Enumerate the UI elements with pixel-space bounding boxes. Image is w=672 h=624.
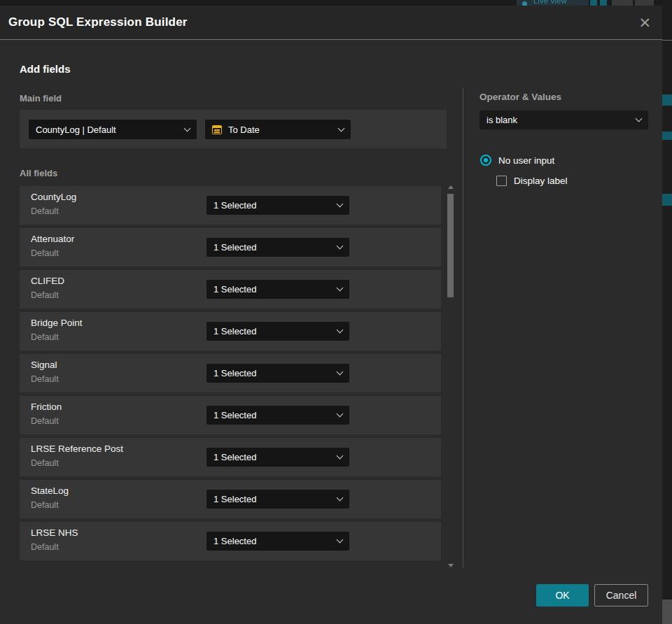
selection-count: 1 Selected xyxy=(214,242,256,253)
display-label-checkbox[interactable]: Display label xyxy=(496,176,568,186)
list-item: CLIFED Default 1 Selected xyxy=(20,270,441,309)
chevron-down-icon xyxy=(636,115,643,122)
field-subtitle: Default xyxy=(31,248,59,258)
cancel-button[interactable]: Cancel xyxy=(594,584,648,607)
screen: Live view Group SQL Expression Builder ✕… xyxy=(0,0,672,624)
list-item: Friction Default 1 Selected xyxy=(20,396,441,434)
list-item: LRSE Reference Post Default 1 Selected xyxy=(20,438,441,476)
field-selection-dropdown[interactable]: 1 Selected xyxy=(206,280,349,299)
field-name: Bridge Point xyxy=(31,318,83,328)
live-view-label: Live view xyxy=(533,0,567,5)
field-subtitle: Default xyxy=(31,500,59,510)
field-selection-dropdown[interactable]: 1 Selected xyxy=(206,196,349,215)
field-type-dropdown-value: To Date xyxy=(228,125,260,135)
field-selection-dropdown[interactable]: 1 Selected xyxy=(206,322,349,341)
chevron-down-icon xyxy=(337,411,344,418)
live-view-chip: Live view xyxy=(517,0,589,6)
selection-count: 1 Selected xyxy=(214,326,256,336)
backdrop-fragment xyxy=(590,0,597,6)
field-selection-dropdown[interactable]: 1 Selected xyxy=(206,490,349,509)
chevron-down-icon xyxy=(337,201,344,208)
backdrop-fragment xyxy=(662,600,672,624)
field-selection-dropdown[interactable]: 1 Selected xyxy=(206,238,349,257)
dialog-header: Group SQL Expression Builder ✕ xyxy=(0,6,662,40)
selection-count: 1 Selected xyxy=(214,410,256,420)
list-item: StateLog Default 1 Selected xyxy=(20,480,441,518)
field-name: CLIFED xyxy=(31,276,64,286)
chevron-down-icon xyxy=(184,125,191,132)
close-icon[interactable]: ✕ xyxy=(638,15,651,30)
backdrop-fragment xyxy=(662,94,672,106)
chevron-down-icon xyxy=(338,125,345,132)
chevron-down-icon xyxy=(337,369,344,376)
field-subtitle: Default xyxy=(31,332,59,342)
field-selection-dropdown[interactable]: 1 Selected xyxy=(206,406,349,425)
all-fields-label: All fields xyxy=(20,168,57,178)
chevron-down-icon xyxy=(337,537,344,544)
field-name: Friction xyxy=(31,402,62,412)
main-field-dropdown[interactable]: CountyLog | Default xyxy=(29,120,197,139)
chevron-down-icon xyxy=(337,285,344,292)
list-item: LRSE NHS Default 1 Selected xyxy=(20,522,441,560)
selection-count: 1 Selected xyxy=(214,284,256,295)
chevron-down-icon xyxy=(337,243,344,250)
selection-count: 1 Selected xyxy=(214,368,256,378)
field-subtitle: Default xyxy=(31,458,59,468)
field-name: LRSE NHS xyxy=(31,527,78,538)
add-fields-heading: Add fields xyxy=(20,63,71,75)
list-scrollbar[interactable] xyxy=(447,183,454,569)
main-field-panel: CountyLog | Default To Date xyxy=(20,110,447,148)
field-subtitle: Default xyxy=(31,416,59,426)
ok-button[interactable]: OK xyxy=(536,584,589,607)
group-sql-expression-builder-dialog: Group SQL Expression Builder ✕ Add field… xyxy=(0,6,662,624)
scrollbar-thumb[interactable] xyxy=(447,194,454,297)
field-name: StateLog xyxy=(31,485,69,496)
field-selection-dropdown[interactable]: 1 Selected xyxy=(206,532,349,551)
field-subtitle: Default xyxy=(31,206,59,216)
no-user-input-radio[interactable]: No user input xyxy=(480,155,554,166)
field-selection-dropdown[interactable]: 1 Selected xyxy=(206,364,349,383)
selection-count: 1 Selected xyxy=(214,536,256,546)
chevron-down-icon xyxy=(337,327,344,334)
operator-values-label: Operator & Values xyxy=(479,92,561,102)
checkbox-unchecked-icon xyxy=(496,176,507,186)
chevron-down-icon xyxy=(337,453,344,460)
field-type-dropdown[interactable]: To Date xyxy=(205,120,351,139)
backdrop-fragment xyxy=(662,40,672,41)
field-name: CountyLog xyxy=(31,192,76,202)
no-user-input-label: No user input xyxy=(498,155,554,166)
selection-count: 1 Selected xyxy=(214,494,256,504)
backdrop-fragment xyxy=(662,194,672,206)
operator-dropdown[interactable]: is blank xyxy=(479,111,648,129)
backdrop-right-strip xyxy=(662,0,672,624)
list-item: Signal Default 1 Selected xyxy=(20,354,441,392)
selection-count: 1 Selected xyxy=(214,200,256,211)
field-name: Signal xyxy=(31,360,57,370)
operator-dropdown-value: is blank xyxy=(486,115,517,125)
list-item: Bridge Point Default 1 Selected xyxy=(20,312,441,350)
main-field-label: Main field xyxy=(20,93,62,104)
field-selection-dropdown[interactable]: 1 Selected xyxy=(206,448,349,467)
field-subtitle: Default xyxy=(31,542,59,552)
list-item: CountyLog Default 1 Selected xyxy=(20,186,441,225)
radio-selected-icon xyxy=(480,155,491,166)
backdrop-fragment xyxy=(612,0,633,6)
main-field-dropdown-value: CountyLog | Default xyxy=(36,125,116,135)
chevron-down-icon xyxy=(337,495,344,502)
display-label-text: Display label xyxy=(514,176,568,186)
field-name: LRSE Reference Post xyxy=(31,444,123,454)
scroll-down-icon[interactable] xyxy=(448,564,454,567)
calendar-icon xyxy=(212,125,222,134)
backdrop-fragment xyxy=(600,0,607,6)
field-name: Attenuator xyxy=(31,234,74,244)
list-item: Attenuator Default 1 Selected xyxy=(20,228,441,267)
panel-divider xyxy=(463,87,463,568)
selection-count: 1 Selected xyxy=(214,452,256,462)
backdrop-fragment xyxy=(662,132,672,140)
field-subtitle: Default xyxy=(31,290,59,300)
scroll-up-icon[interactable] xyxy=(448,185,454,189)
backdrop-fragment xyxy=(635,0,654,6)
dialog-title: Group SQL Expression Builder xyxy=(8,15,188,29)
field-subtitle: Default xyxy=(31,374,59,384)
